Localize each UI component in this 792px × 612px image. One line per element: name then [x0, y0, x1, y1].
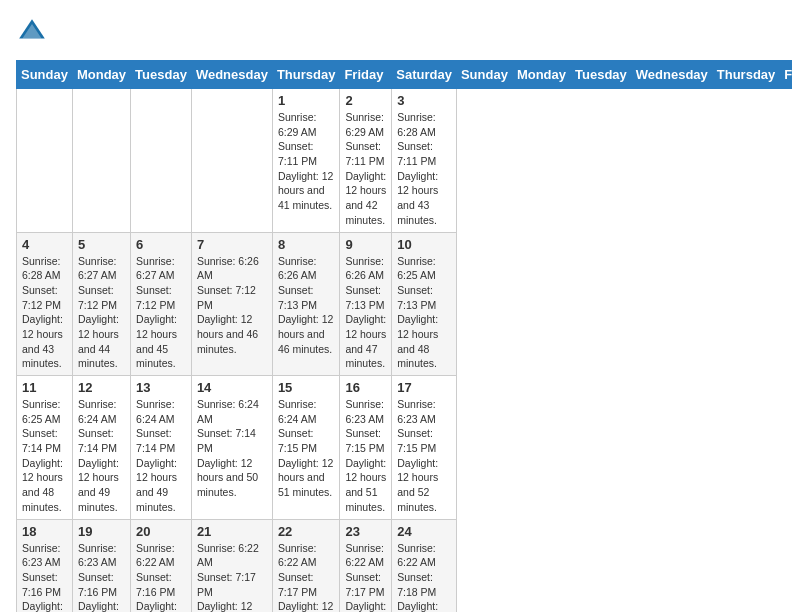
day-number: 16 [345, 380, 386, 395]
day-number: 12 [78, 380, 125, 395]
day-detail: Sunrise: 6:25 AM Sunset: 7:13 PM Dayligh… [397, 254, 451, 372]
calendar-cell: 15Sunrise: 6:24 AM Sunset: 7:15 PM Dayli… [272, 376, 340, 520]
logo [16, 16, 52, 48]
day-number: 5 [78, 237, 125, 252]
day-number: 1 [278, 93, 335, 108]
page-header [16, 16, 776, 48]
calendar-week-1: 1Sunrise: 6:29 AM Sunset: 7:11 PM Daylig… [17, 89, 793, 233]
day-detail: Sunrise: 6:26 AM Sunset: 7:12 PM Dayligh… [197, 254, 267, 357]
day-number: 19 [78, 524, 125, 539]
calendar-cell: 8Sunrise: 6:26 AM Sunset: 7:13 PM Daylig… [272, 232, 340, 376]
day-detail: Sunrise: 6:26 AM Sunset: 7:13 PM Dayligh… [345, 254, 386, 372]
calendar-cell: 13Sunrise: 6:24 AM Sunset: 7:14 PM Dayli… [131, 376, 192, 520]
calendar-cell [191, 89, 272, 233]
day-number: 18 [22, 524, 67, 539]
day-detail: Sunrise: 6:24 AM Sunset: 7:15 PM Dayligh… [278, 397, 335, 500]
col-header-monday: Monday [512, 61, 570, 89]
calendar-cell: 4Sunrise: 6:28 AM Sunset: 7:12 PM Daylig… [17, 232, 73, 376]
day-number: 15 [278, 380, 335, 395]
calendar-cell: 18Sunrise: 6:23 AM Sunset: 7:16 PM Dayli… [17, 519, 73, 612]
col-header-thursday: Thursday [712, 61, 780, 89]
col-header-sunday: Sunday [456, 61, 512, 89]
day-number: 7 [197, 237, 267, 252]
calendar-cell: 16Sunrise: 6:23 AM Sunset: 7:15 PM Dayli… [340, 376, 392, 520]
day-detail: Sunrise: 6:22 AM Sunset: 7:17 PM Dayligh… [345, 541, 386, 613]
col-header-friday: Friday [340, 61, 392, 89]
day-number: 8 [278, 237, 335, 252]
day-detail: Sunrise: 6:28 AM Sunset: 7:11 PM Dayligh… [397, 110, 451, 228]
col-header-sunday: Sunday [17, 61, 73, 89]
day-detail: Sunrise: 6:28 AM Sunset: 7:12 PM Dayligh… [22, 254, 67, 372]
col-header-tuesday: Tuesday [571, 61, 632, 89]
col-header-monday: Monday [72, 61, 130, 89]
calendar-cell: 14Sunrise: 6:24 AM Sunset: 7:14 PM Dayli… [191, 376, 272, 520]
day-number: 21 [197, 524, 267, 539]
day-detail: Sunrise: 6:23 AM Sunset: 7:16 PM Dayligh… [78, 541, 125, 613]
day-number: 11 [22, 380, 67, 395]
calendar-cell [17, 89, 73, 233]
day-detail: Sunrise: 6:27 AM Sunset: 7:12 PM Dayligh… [78, 254, 125, 372]
calendar-week-2: 4Sunrise: 6:28 AM Sunset: 7:12 PM Daylig… [17, 232, 793, 376]
calendar-cell: 17Sunrise: 6:23 AM Sunset: 7:15 PM Dayli… [392, 376, 457, 520]
day-detail: Sunrise: 6:29 AM Sunset: 7:11 PM Dayligh… [278, 110, 335, 213]
calendar-week-4: 18Sunrise: 6:23 AM Sunset: 7:16 PM Dayli… [17, 519, 793, 612]
day-detail: Sunrise: 6:22 AM Sunset: 7:17 PM Dayligh… [278, 541, 335, 613]
col-header-saturday: Saturday [392, 61, 457, 89]
day-number: 23 [345, 524, 386, 539]
calendar-cell: 22Sunrise: 6:22 AM Sunset: 7:17 PM Dayli… [272, 519, 340, 612]
calendar-cell: 11Sunrise: 6:25 AM Sunset: 7:14 PM Dayli… [17, 376, 73, 520]
day-detail: Sunrise: 6:27 AM Sunset: 7:12 PM Dayligh… [136, 254, 186, 372]
col-header-thursday: Thursday [272, 61, 340, 89]
col-header-friday: Friday [780, 61, 792, 89]
calendar-week-3: 11Sunrise: 6:25 AM Sunset: 7:14 PM Dayli… [17, 376, 793, 520]
calendar-cell [131, 89, 192, 233]
calendar-cell: 10Sunrise: 6:25 AM Sunset: 7:13 PM Dayli… [392, 232, 457, 376]
day-detail: Sunrise: 6:22 AM Sunset: 7:16 PM Dayligh… [136, 541, 186, 613]
calendar-cell: 9Sunrise: 6:26 AM Sunset: 7:13 PM Daylig… [340, 232, 392, 376]
calendar-cell: 21Sunrise: 6:22 AM Sunset: 7:17 PM Dayli… [191, 519, 272, 612]
calendar-cell: 3Sunrise: 6:28 AM Sunset: 7:11 PM Daylig… [392, 89, 457, 233]
day-number: 17 [397, 380, 451, 395]
col-header-wednesday: Wednesday [631, 61, 712, 89]
day-number: 3 [397, 93, 451, 108]
calendar-cell: 7Sunrise: 6:26 AM Sunset: 7:12 PM Daylig… [191, 232, 272, 376]
day-number: 10 [397, 237, 451, 252]
day-number: 22 [278, 524, 335, 539]
day-number: 9 [345, 237, 386, 252]
calendar-cell: 2Sunrise: 6:29 AM Sunset: 7:11 PM Daylig… [340, 89, 392, 233]
day-detail: Sunrise: 6:23 AM Sunset: 7:15 PM Dayligh… [345, 397, 386, 515]
day-number: 24 [397, 524, 451, 539]
logo-icon [16, 16, 48, 48]
day-detail: Sunrise: 6:24 AM Sunset: 7:14 PM Dayligh… [197, 397, 267, 500]
calendar-header-row: SundayMondayTuesdayWednesdayThursdayFrid… [17, 61, 793, 89]
day-number: 20 [136, 524, 186, 539]
day-detail: Sunrise: 6:26 AM Sunset: 7:13 PM Dayligh… [278, 254, 335, 357]
day-number: 13 [136, 380, 186, 395]
calendar-cell: 5Sunrise: 6:27 AM Sunset: 7:12 PM Daylig… [72, 232, 130, 376]
day-detail: Sunrise: 6:22 AM Sunset: 7:18 PM Dayligh… [397, 541, 451, 613]
day-detail: Sunrise: 6:24 AM Sunset: 7:14 PM Dayligh… [136, 397, 186, 515]
day-detail: Sunrise: 6:23 AM Sunset: 7:15 PM Dayligh… [397, 397, 451, 515]
day-number: 2 [345, 93, 386, 108]
day-detail: Sunrise: 6:24 AM Sunset: 7:14 PM Dayligh… [78, 397, 125, 515]
calendar-cell: 1Sunrise: 6:29 AM Sunset: 7:11 PM Daylig… [272, 89, 340, 233]
calendar-cell [72, 89, 130, 233]
day-detail: Sunrise: 6:29 AM Sunset: 7:11 PM Dayligh… [345, 110, 386, 228]
col-header-tuesday: Tuesday [131, 61, 192, 89]
day-detail: Sunrise: 6:25 AM Sunset: 7:14 PM Dayligh… [22, 397, 67, 515]
day-number: 14 [197, 380, 267, 395]
calendar-table: SundayMondayTuesdayWednesdayThursdayFrid… [16, 60, 792, 612]
calendar-cell: 20Sunrise: 6:22 AM Sunset: 7:16 PM Dayli… [131, 519, 192, 612]
col-header-wednesday: Wednesday [191, 61, 272, 89]
calendar-cell: 24Sunrise: 6:22 AM Sunset: 7:18 PM Dayli… [392, 519, 457, 612]
day-detail: Sunrise: 6:22 AM Sunset: 7:17 PM Dayligh… [197, 541, 267, 613]
day-detail: Sunrise: 6:23 AM Sunset: 7:16 PM Dayligh… [22, 541, 67, 613]
calendar-cell: 19Sunrise: 6:23 AM Sunset: 7:16 PM Dayli… [72, 519, 130, 612]
calendar-cell: 23Sunrise: 6:22 AM Sunset: 7:17 PM Dayli… [340, 519, 392, 612]
calendar-cell: 6Sunrise: 6:27 AM Sunset: 7:12 PM Daylig… [131, 232, 192, 376]
day-number: 6 [136, 237, 186, 252]
calendar-cell: 12Sunrise: 6:24 AM Sunset: 7:14 PM Dayli… [72, 376, 130, 520]
day-number: 4 [22, 237, 67, 252]
